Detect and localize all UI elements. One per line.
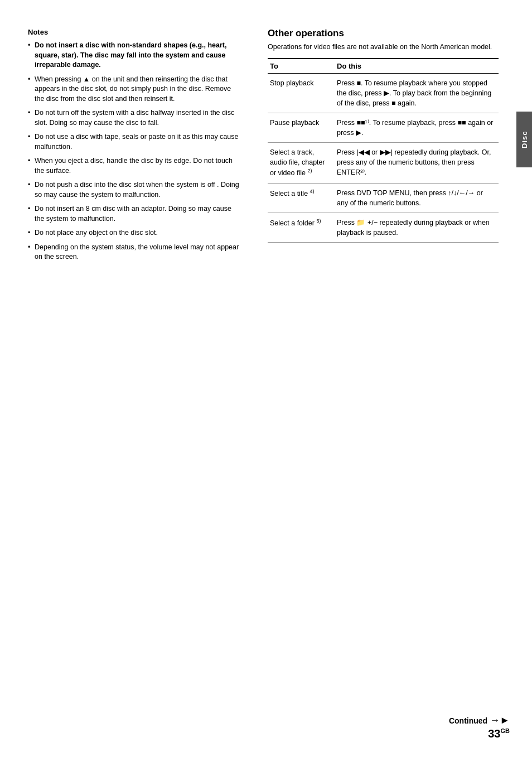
note-item: Do not turn off the system with a disc h… (28, 108, 240, 128)
note-item: Do not insert a disc with non-standard s… (28, 41, 240, 70)
action-cell: Select a track, audio file, chapter or v… (268, 143, 335, 184)
continued-arrow-icon: →► (490, 715, 510, 726)
table-row: Select a track, audio file, chapter or v… (268, 143, 499, 184)
note-item: When you eject a disc, handle the disc b… (28, 156, 240, 176)
action-cell: Select a folder 5) (268, 213, 335, 242)
note-item: Depending on the system status, the volu… (28, 243, 240, 262)
table-row: Select a folder 5)Press 📁 +/− repeatedly… (268, 213, 499, 242)
table-row: Stop playbackPress ■. To resume playback… (268, 73, 499, 113)
description-cell: Press ■. To resume playback where you st… (335, 73, 499, 113)
operations-table: To Do this Stop playbackPress ■. To resu… (268, 58, 499, 243)
notes-section: Notes Do not insert a disc with non-stan… (0, 17, 257, 740)
note-item: Do not use a disc with tape, seals or pa… (28, 132, 240, 152)
description-cell: Press |◀◀ or ▶▶| repeatedly during playb… (335, 143, 499, 184)
action-cell: Stop playback (268, 73, 335, 113)
table-row: Select a title 4)Press DVD TOP MENU, the… (268, 183, 499, 213)
col-dothis-header: Do this (335, 59, 499, 74)
action-cell: Pause playback (268, 113, 335, 142)
page-number: 33GB (449, 727, 510, 740)
other-operations-title: Other operations (268, 28, 499, 39)
notes-list: Do not insert a disc with non-standard s… (28, 41, 240, 262)
page: Notes Do not insert a disc with non-stan… (0, 0, 532, 757)
continued-text: Continued (449, 716, 487, 725)
note-item: Do not place any object on the disc slot… (28, 228, 240, 238)
notes-title: Notes (28, 28, 240, 36)
other-operations-section: Other operations Operations for video fi… (257, 17, 532, 740)
continued-line: Continued →► (449, 715, 510, 726)
note-item: Do not insert an 8 cm disc with an adapt… (28, 204, 240, 224)
note-item: Do not push a disc into the disc slot wh… (28, 180, 240, 200)
footer-area: Continued →► 33GB (449, 715, 510, 740)
col-to-header: To (268, 59, 335, 74)
description-cell: Press DVD TOP MENU, then press ↑/↓/←/→ o… (335, 183, 499, 213)
description-cell: Press ■■¹⁾. To resume playback, press ■■… (335, 113, 499, 142)
table-row: Pause playbackPress ■■¹⁾. To resume play… (268, 113, 499, 142)
action-cell: Select a title 4) (268, 183, 335, 213)
note-item: When pressing ▲ on the unit and then rei… (28, 75, 240, 104)
disc-side-tab: Disc (516, 112, 532, 167)
description-cell: Press 📁 +/− repeatedly during playback o… (335, 213, 499, 242)
other-operations-subtitle: Operations for video files are not avail… (268, 42, 499, 52)
